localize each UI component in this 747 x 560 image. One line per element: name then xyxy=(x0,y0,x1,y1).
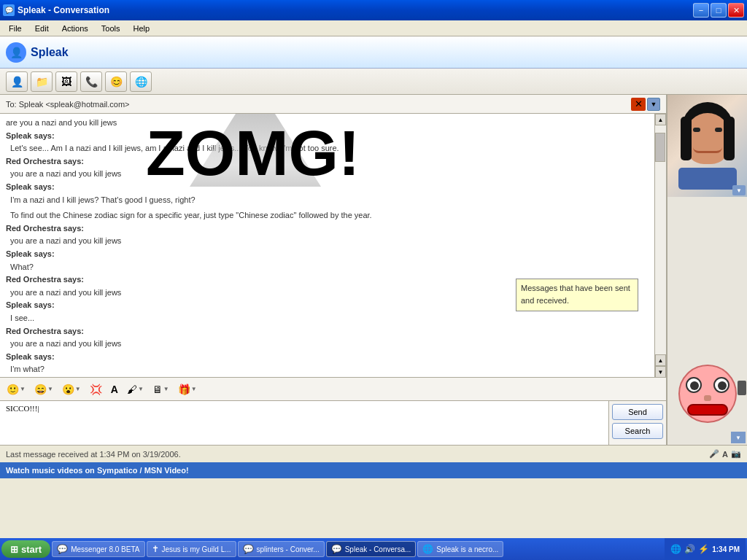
msg-text-5: What? xyxy=(6,261,649,274)
msg-red-2: Red Orchestra says: xyxy=(6,222,649,236)
hair-left xyxy=(681,117,692,160)
gift-btn[interactable]: 🎁▼ xyxy=(174,381,201,398)
main-content: To: Spleak <spleak@hotmail.com> ✕ ▼ ZOMG… xyxy=(0,95,747,445)
input-area: SICCO!!!| Send Search xyxy=(0,401,666,445)
msg-text-7: I see... xyxy=(6,312,649,325)
face xyxy=(686,113,729,164)
msg-bot-1: To find out the Chinese zodiac sign for … xyxy=(6,209,649,222)
to-text: To: Spleak <spleak@hotmail.com> xyxy=(6,100,631,109)
msg-red-4: Red Orchestra says: xyxy=(6,325,649,338)
right-sidebar: ▼ xyxy=(667,95,747,445)
minimize-button[interactable]: − xyxy=(693,3,709,18)
avatar-box: ▼ xyxy=(667,95,747,197)
msg-spleak-3: Spleak says: xyxy=(6,248,649,261)
chat-area: To: Spleak <spleak@hotmail.com> ✕ ▼ ZOMG… xyxy=(0,95,667,445)
sidebar-expand-btn[interactable]: ▼ xyxy=(731,432,746,443)
scroll-track[interactable] xyxy=(655,125,666,354)
cartoon-eye-left xyxy=(686,377,702,393)
camera-icon: 📷 xyxy=(731,449,741,459)
taskbar-jesus-label: Jesus is my Guild L... xyxy=(162,545,231,553)
color-btn[interactable]: 🖌▼ xyxy=(123,381,147,398)
toolbar: 👤 📁 🖼 📞 😊 🌐 xyxy=(0,69,747,95)
avatar-dropdown-btn[interactable]: ▼ xyxy=(732,185,746,195)
start-label: start xyxy=(21,544,42,555)
font-btn[interactable]: A xyxy=(107,381,122,398)
eye-right xyxy=(715,128,722,132)
menu-help[interactable]: Help xyxy=(127,23,155,34)
taskbar-spleak-icon: 💬 xyxy=(331,544,342,554)
message-area-wrapper: ZOMG! are you a nazi and you kill jews S… xyxy=(0,114,666,378)
scroll-up-arrow[interactable]: ▲ xyxy=(655,114,666,125)
status-text: Last message received at 1:34 PM on 3/19… xyxy=(6,450,181,459)
taskbar-necro[interactable]: 🌐 Spleak is a necro... xyxy=(417,541,503,557)
smiley-btn[interactable]: 🙂▼ xyxy=(3,381,29,398)
cartoon-mouth xyxy=(687,404,728,416)
taskbar-messenger[interactable]: 💬 Messenger 8.0 BETA xyxy=(52,541,144,557)
bottom-avatar-box xyxy=(667,357,747,430)
scroll-down-arrow-2[interactable]: ▼ xyxy=(655,366,666,378)
taskbar-jesus[interactable]: ✝ Jesus is my Guild L... xyxy=(147,541,236,557)
message-scrollbar[interactable]: ▲ ▲ ▼ xyxy=(654,114,666,378)
menu-tools[interactable]: Tools xyxy=(96,23,126,34)
cartoon-face xyxy=(678,365,737,423)
status-bar: Last message received at 1:34 PM on 3/19… xyxy=(0,445,747,462)
message-input[interactable]: SICCO!!!| xyxy=(0,401,608,445)
toolbar-folder-btn[interactable]: 📁 xyxy=(31,71,53,92)
clock: 1:34 PM xyxy=(712,545,740,553)
font-icon: A xyxy=(722,450,728,459)
avatar-figure xyxy=(675,102,740,190)
menu-actions[interactable]: Actions xyxy=(56,23,94,34)
toolbar-emoji-btn[interactable]: 😊 xyxy=(105,71,127,92)
close-conversation-btn[interactable]: ✕ xyxy=(631,98,646,111)
toolbar-person-btn[interactable]: 👤 xyxy=(6,71,28,92)
send-button[interactable]: Send xyxy=(612,404,663,420)
expand-btn[interactable]: ▼ xyxy=(647,98,660,111)
app-logo: 👤 Spleak xyxy=(6,42,69,63)
msg-spleak-5: Spleak says: xyxy=(6,351,649,364)
network-icon: 🌐 xyxy=(670,544,681,554)
volume-icon: 🔊 xyxy=(684,544,695,554)
close-button[interactable]: ✕ xyxy=(728,3,744,18)
scroll-thumb[interactable] xyxy=(655,133,665,162)
to-field: To: Spleak <spleak@hotmail.com> ✕ ▼ xyxy=(0,95,666,114)
msg-text-3: I'm a nazi and I kill jews? That's good … xyxy=(6,194,649,207)
taskbar-spleak[interactable]: 💬 Spleak - Conversa... xyxy=(326,541,417,557)
logo-icon: 👤 xyxy=(6,42,26,63)
msg-red-1: Red Orchestra says: xyxy=(6,155,649,168)
scroll-down-arrow-1[interactable]: ▲ xyxy=(655,354,666,366)
taskbar-splinters-label: splinters - Conver... xyxy=(257,545,320,553)
input-buttons: Send Search xyxy=(608,401,666,445)
taskbar-right: 🌐 🔊 ⚡ 1:34 PM xyxy=(665,538,746,560)
tooltip-text: Messages that have been sent and receive… xyxy=(521,284,630,306)
sidebar-bottom-row: ▼ xyxy=(667,430,747,445)
menu-edit[interactable]: Edit xyxy=(29,23,55,34)
app-name: Spleak xyxy=(31,46,69,59)
conversation-log: are you a nazi and you kill jews Spleak … xyxy=(6,117,649,378)
start-button[interactable]: ⊞ start xyxy=(1,540,50,558)
toolbar-image-btn[interactable]: 🖼 xyxy=(55,71,77,92)
avatar-image xyxy=(667,95,747,197)
ad-bar: Watch music videos on Sympatico / MSN Vi… xyxy=(0,462,747,478)
windows-icon: ⊞ xyxy=(10,544,18,555)
shirt xyxy=(678,168,737,190)
msg-spleak-2: Spleak says: xyxy=(6,181,649,194)
mouth xyxy=(693,147,722,153)
app-header: 👤 Spleak xyxy=(0,36,747,69)
battery-icon: ⚡ xyxy=(698,544,709,554)
toolbar-web-btn[interactable]: 🌐 xyxy=(130,71,152,92)
taskbar-splinters[interactable]: 💬 splinters - Conver... xyxy=(238,541,325,557)
bg-btn[interactable]: 🖥▼ xyxy=(149,381,173,398)
msg-text-2: you are a nazi and you kill jews xyxy=(6,168,649,181)
toolbar-phone-btn[interactable]: 📞 xyxy=(80,71,102,92)
restore-button[interactable]: □ xyxy=(711,3,727,18)
search-button[interactable]: Search xyxy=(612,423,663,439)
taskbar-necro-icon: 🌐 xyxy=(422,544,433,554)
cartoon-nose xyxy=(704,395,711,401)
nudge-btn[interactable]: 💢 xyxy=(86,381,106,398)
message-display[interactable]: are you a nazi and you kill jews Spleak … xyxy=(0,114,654,378)
menu-file[interactable]: File xyxy=(3,23,28,34)
sidebar-spacer xyxy=(667,197,747,357)
taskbar: ⊞ start 💬 Messenger 8.0 BETA ✝ Jesus is … xyxy=(0,538,747,560)
custom-emoji-btn[interactable]: 😮▼ xyxy=(58,381,85,398)
wink-btn[interactable]: 😄▼ xyxy=(31,381,57,398)
